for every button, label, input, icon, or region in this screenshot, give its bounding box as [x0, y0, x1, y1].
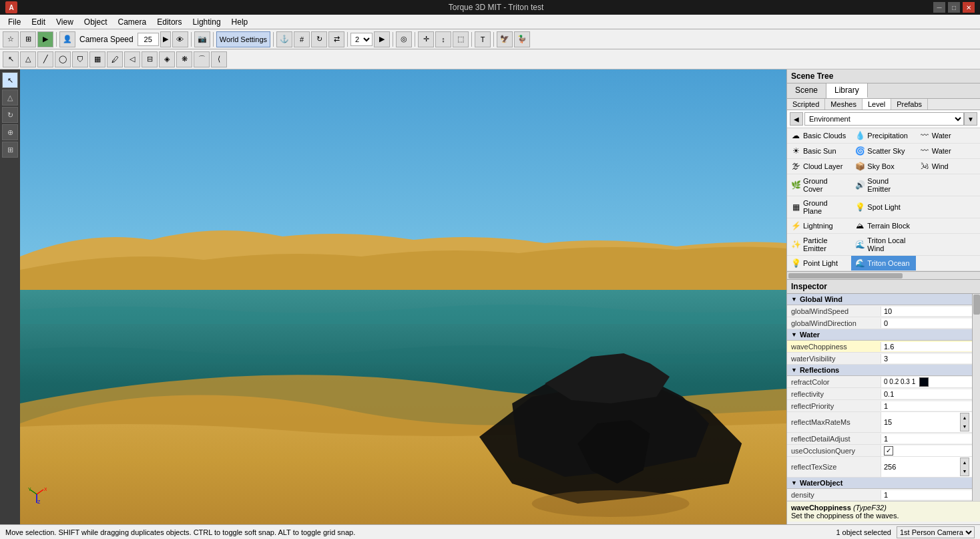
lib-ground-plane[interactable]: ▦ Ground Plane: [787, 196, 851, 218]
tab-scene[interactable]: Scene: [787, 83, 826, 98]
reflect-max-rate-input[interactable]: 15: [884, 418, 959, 426]
lib-spot-light[interactable]: 💡 Spot Light: [851, 196, 915, 218]
wave-choppiness-input[interactable]: 1.6: [884, 343, 969, 351]
camera-speed-up[interactable]: ▶: [160, 31, 171, 47]
smooth-tool[interactable]: ⌒: [194, 51, 210, 67]
lib-sky-box[interactable]: 📦 Sky Box: [851, 159, 915, 174]
library-h-scrollbar[interactable]: [787, 271, 980, 279]
lib-wind[interactable]: 🌬 Wind: [916, 159, 980, 174]
camera-mode-dropdown[interactable]: 1st Person Camera Orbit Camera Fly Camer…: [897, 526, 975, 538]
bird1-icon[interactable]: 🦅: [497, 31, 513, 47]
inspector-scrollbar-thumb[interactable]: [973, 295, 980, 315]
sub-tab-level[interactable]: Level: [863, 99, 891, 110]
select-sidebar-tool[interactable]: ↖: [2, 72, 18, 88]
play-button[interactable]: ▶: [37, 31, 53, 47]
globe-tool[interactable]: ◯: [55, 51, 71, 67]
env-dropdown-arrow[interactable]: ▼: [964, 112, 977, 126]
viewport[interactable]: X Y Z: [20, 69, 786, 524]
fill-tool[interactable]: ◈: [159, 51, 175, 67]
arrows-icon[interactable]: ↕: [435, 31, 451, 47]
global-wind-speed-input[interactable]: 10: [884, 307, 969, 315]
lib-water-2[interactable]: 〰 Water: [916, 144, 980, 159]
reflect-tex-size-spin[interactable]: ▲ ▼: [960, 458, 969, 476]
water-section[interactable]: ▼ Water: [787, 329, 972, 341]
menu-editors[interactable]: Editors: [152, 16, 187, 28]
lib-basic-sun[interactable]: ☀ Basic Sun: [787, 144, 851, 159]
view3d-icon[interactable]: ◎: [396, 31, 412, 47]
menu-edit[interactable]: Edit: [26, 16, 51, 28]
lib-basic-clouds[interactable]: ☁ Basic Clouds: [787, 128, 851, 144]
lib-lightning[interactable]: ⚡ Lightning: [787, 218, 851, 234]
env-back-button[interactable]: ◀: [790, 112, 803, 126]
water-visibility-input[interactable]: 3: [884, 355, 969, 363]
lib-point-light[interactable]: 💡 Point Light: [787, 256, 851, 271]
global-wind-section[interactable]: ▼ Global Wind: [787, 294, 972, 305]
menu-lighting[interactable]: Lighting: [188, 16, 226, 28]
menu-file[interactable]: File: [3, 16, 26, 28]
reflect-max-rate-spin[interactable]: ▲ ▼: [960, 413, 969, 431]
move-tool-button[interactable]: ⊞: [20, 31, 36, 47]
mirror-icon[interactable]: ⇄: [328, 31, 344, 47]
move-sidebar-tool[interactable]: △: [2, 89, 18, 106]
menu-view[interactable]: View: [51, 16, 79, 28]
paint-tool[interactable]: ⟨: [211, 51, 227, 67]
transform-tool[interactable]: ⊟: [142, 51, 158, 67]
line-tool[interactable]: ╱: [37, 51, 53, 67]
eye-icon[interactable]: 👁: [172, 31, 188, 47]
grid2-tool[interactable]: ▦: [89, 51, 105, 67]
global-wind-dir-input[interactable]: 0: [884, 319, 969, 327]
minimize-button[interactable]: ─: [933, 2, 945, 13]
water-object-section[interactable]: ▼ WaterObject: [787, 478, 972, 489]
select-tool-button[interactable]: ☆: [3, 31, 19, 47]
lib-terrain-block[interactable]: ⛰ Terrain Block: [851, 218, 915, 234]
lib-scatter-sky[interactable]: 🌀 Scatter Sky: [851, 144, 915, 159]
bird2-icon[interactable]: 🦆: [514, 31, 530, 47]
reflect-priority-input[interactable]: 1: [884, 402, 969, 410]
maximize-button[interactable]: □: [948, 2, 960, 13]
reflect-detail-input[interactable]: 1: [884, 435, 969, 443]
select-region-icon[interactable]: ⬚: [453, 31, 469, 47]
lib-triton-local-wind[interactable]: 🌊 Triton Local Wind: [851, 234, 915, 256]
sub-tab-meshes[interactable]: Meshes: [825, 99, 863, 110]
text-icon[interactable]: T: [475, 31, 491, 47]
use-occlusion-checkbox[interactable]: ✓: [884, 446, 893, 456]
snapshot-button[interactable]: 📷: [194, 31, 210, 47]
menu-camera[interactable]: Camera: [113, 16, 152, 28]
sub-tab-scripted[interactable]: Scripted: [787, 99, 825, 110]
reflectivity-input[interactable]: 0.1: [884, 390, 969, 398]
anchor-icon[interactable]: ⚓: [276, 31, 292, 47]
grid-icon[interactable]: #: [294, 31, 310, 47]
dropdown-value[interactable]: 2134: [350, 33, 373, 46]
reflect-tex-size-input[interactable]: 256: [884, 463, 959, 471]
lib-sound-emitter[interactable]: 🔊 Sound Emitter: [851, 174, 915, 196]
menu-object[interactable]: Object: [79, 16, 113, 28]
scale-sidebar-tool[interactable]: ⊕: [2, 124, 18, 140]
person-icon[interactable]: 👤: [59, 31, 75, 47]
dropdown-inc[interactable]: ▶: [374, 31, 390, 47]
close-button[interactable]: ✕: [963, 2, 975, 13]
rotate-icon[interactable]: ↻: [311, 31, 327, 47]
lib-particle-emitter[interactable]: ✨ Particle Emitter: [787, 234, 851, 256]
triangle-tool[interactable]: △: [20, 51, 36, 67]
reflections-section[interactable]: ▼ Reflections: [787, 365, 972, 376]
move-icon[interactable]: ✛: [418, 31, 434, 47]
menu-help[interactable]: Help: [226, 16, 254, 28]
density-input[interactable]: 1: [884, 491, 969, 499]
lib-ground-cover[interactable]: 🌿 Ground Cover: [787, 174, 851, 196]
sub-tab-prefabs[interactable]: Prefabs: [891, 99, 928, 110]
tab-library[interactable]: Library: [826, 83, 868, 98]
select2-tool[interactable]: ↖: [3, 51, 19, 67]
lib-precipitation[interactable]: 💧 Precipitation: [851, 128, 915, 144]
camera-speed-input[interactable]: 25: [138, 33, 159, 46]
stamp-tool[interactable]: ❋: [176, 51, 192, 67]
refract-color-swatch[interactable]: [919, 377, 929, 387]
lib-triton-ocean[interactable]: 🌊 Triton Ocean: [851, 256, 915, 271]
inspector-v-scrollbar[interactable]: [972, 294, 980, 501]
feather-tool[interactable]: 🖊: [107, 51, 123, 67]
lib-cloud-layer[interactable]: 🌫 Cloud Layer: [787, 159, 851, 174]
eraser-tool[interactable]: ◁: [124, 51, 140, 67]
shield-tool[interactable]: ⛉: [72, 51, 88, 67]
world-settings-button[interactable]: World Settings: [216, 31, 270, 47]
rotate-sidebar-tool[interactable]: ↻: [2, 107, 18, 123]
environment-dropdown[interactable]: Environment: [804, 112, 964, 126]
